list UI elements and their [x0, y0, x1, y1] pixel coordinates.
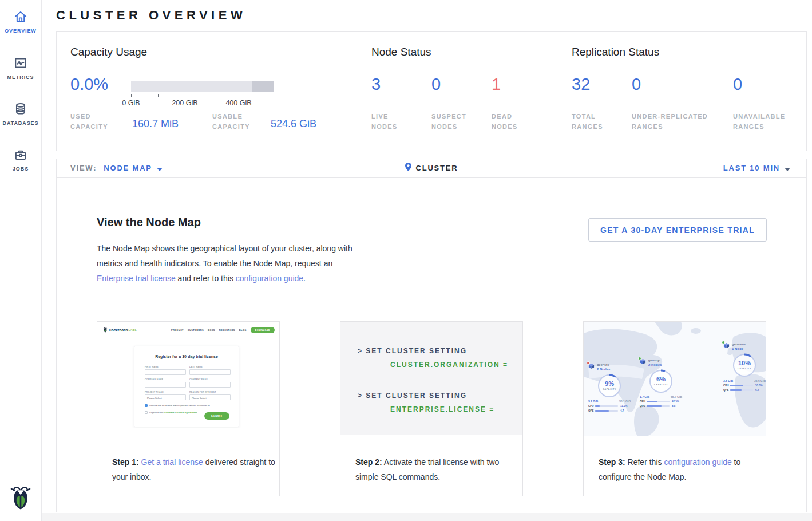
- node-map-preview: geo=sfo 2 Nodes 9% CAPACITY 3.2 GiB: [584, 322, 766, 436]
- page-title: CLUSTER OVERVIEW: [56, 8, 246, 23]
- usable-capacity-value: 524.6 GiB: [271, 118, 316, 130]
- used-capacity-label: USEDCAPACITY: [70, 111, 108, 132]
- sql-command: > SET CLUSTER SETTING: [358, 392, 467, 400]
- mini-trial-form: Register for a 30-day trial license FIRS…: [134, 346, 239, 427]
- total-ranges-label: TOTALRANGES: [572, 111, 603, 132]
- cockroachdb-logo[interactable]: [10, 484, 31, 512]
- step-3-caption: Step 3: Refer this configuration guide t…: [599, 455, 762, 484]
- status-dot-green: [638, 357, 641, 360]
- capacity-gauge-available-segment: [252, 81, 274, 92]
- step-2-card: > SET CLUSTER SETTING CLUSTER.ORGANIZATI…: [340, 321, 523, 496]
- locality-sfo: geo=sfo 2 Nodes 9% CAPACITY 3.2 GiB: [588, 363, 636, 412]
- capacity-donut: 9% CAPACITY: [596, 373, 623, 399]
- sidebar-item-databases[interactable]: DATABASES: [0, 101, 41, 126]
- sidebar-item-label: DATABASES: [3, 120, 39, 126]
- gauge-tick-label: 400 GiB: [221, 99, 256, 107]
- sidebar-item-label: JOBS: [13, 166, 29, 172]
- mini-brand: Cockroach: [109, 328, 128, 332]
- databases-icon: [13, 101, 28, 116]
- metrics-icon: [13, 56, 28, 70]
- under-replicated-count: 0: [632, 75, 641, 94]
- gauge-tick-label: 200 GiB: [168, 99, 202, 107]
- mini-checkbox-checked: [145, 404, 148, 407]
- sql-command: > SET CLUSTER SETTING: [358, 347, 467, 355]
- configuration-guide-link-2[interactable]: configuration guide: [664, 457, 731, 467]
- gauge-tick-label: 0 GiB: [114, 99, 148, 107]
- map-pin-icon: [405, 163, 411, 173]
- mini-checkbox-unchecked: [145, 411, 148, 414]
- locality-nyc: geo=nyc 2 Nodes 6% CAPACITY 3.7 GiB: [640, 358, 688, 408]
- step-1-card: Cockroach LABS PRODUCT CUSTOMERS DOCS RE…: [97, 321, 280, 496]
- dead-nodes-label: DEADNODES: [492, 111, 518, 132]
- chevron-down-icon: [785, 163, 790, 173]
- home-icon: [13, 9, 28, 24]
- get-trial-license-link[interactable]: Get a trial license: [141, 457, 203, 467]
- mini-submit-button: SUBMIT: [204, 412, 229, 420]
- capacity-donut: 10% CAPACITY: [731, 352, 758, 378]
- sidebar-item-label: OVERVIEW: [5, 28, 37, 34]
- time-range-dropdown[interactable]: LAST 10 MIN: [723, 163, 806, 173]
- enterprise-trial-license-link[interactable]: Enterprise trial license: [97, 274, 176, 283]
- chevron-down-icon: [157, 163, 163, 173]
- configuration-guide-link[interactable]: configuration guide: [236, 274, 303, 283]
- view-bar: VIEW: NODE MAP CLUSTER LAST 10 MIN: [56, 159, 807, 177]
- sidebar-item-metrics[interactable]: METRICS: [0, 56, 41, 80]
- usable-capacity-label: USABLECAPACITY: [212, 111, 250, 132]
- view-value: NODE MAP: [104, 164, 152, 172]
- capacity-donut: 6% CAPACITY: [648, 368, 674, 394]
- sidebar-item-overview[interactable]: OVERVIEW: [0, 9, 41, 34]
- trial-registration-screenshot: Cockroach LABS PRODUCT CUSTOMERS DOCS RE…: [97, 322, 279, 428]
- live-nodes-label: LIVENODES: [371, 111, 398, 132]
- content-area: CLUSTER OVERVIEW Capacity Usage 0.0% 0 G…: [42, 0, 812, 521]
- enterprise-trial-button[interactable]: GET A 30-DAY ENTERPRISE TRIAL: [588, 218, 767, 242]
- capacity-percent: 0.0%: [70, 75, 108, 94]
- view-label: VIEW:: [70, 164, 97, 172]
- step-1-caption: Step 1: Get a trial license delivered st…: [112, 455, 276, 484]
- capacity-usage-title: Capacity Usage: [70, 46, 147, 58]
- step-2-caption: Step 2: Activate the trial license with …: [355, 455, 519, 484]
- sidebar: OVERVIEW METRICS DATABASES JOBS: [0, 0, 42, 521]
- mini-nav: PRODUCT CUSTOMERS DOCS RESOURCES BLOG: [171, 329, 247, 331]
- status-dot-red: [587, 361, 590, 365]
- under-replicated-label: UNDER-REPLICATEDRANGES: [632, 111, 708, 132]
- dead-nodes-count: 1: [492, 75, 501, 94]
- status-dot-green: [722, 341, 725, 344]
- sql-argument: CLUSTER.ORGANIZATION =: [390, 361, 508, 369]
- section-divider: [97, 303, 766, 303]
- node-map-description: The Node Map shows the geographical layo…: [97, 241, 361, 286]
- node-status-title: Node Status: [371, 46, 431, 58]
- cockroach-labs-logo-icon: [103, 327, 108, 333]
- used-capacity-value: 160.7 MiB: [132, 118, 179, 130]
- node-map-panel: View the Node Map The Node Map shows the…: [56, 177, 807, 512]
- unavailable-count: 0: [733, 75, 742, 94]
- suspect-nodes-label: SUSPECTNODES: [431, 111, 466, 132]
- sidebar-item-label: METRICS: [7, 74, 34, 80]
- jobs-icon: [13, 147, 28, 162]
- time-range-value: LAST 10 MIN: [723, 164, 780, 172]
- scope-breadcrumb: CLUSTER: [57, 163, 806, 173]
- sidebar-item-jobs[interactable]: JOBS: [0, 147, 41, 172]
- scope-label: CLUSTER: [416, 164, 458, 172]
- locality-ams: geo=ams 1 Node 10% CAPACITY 3.6 GiB: [723, 342, 766, 392]
- cluster-summary-panel: Capacity Usage 0.0% 0 GiB 200 GiB 400 Gi…: [56, 31, 807, 151]
- sql-code-block: > SET CLUSTER SETTING CLUSTER.ORGANIZATI…: [340, 322, 522, 435]
- mini-brand-suffix: LABS: [129, 328, 137, 331]
- sql-argument: ENTERPRISE.LICENSE =: [390, 405, 494, 413]
- suspect-nodes-count: 0: [431, 75, 441, 94]
- step-3-card: geo=sfo 2 Nodes 9% CAPACITY 3.2 GiB: [583, 321, 766, 496]
- replication-status-title: Replication Status: [572, 46, 659, 58]
- live-nodes-count: 3: [371, 75, 381, 94]
- node-map-heading: View the Node Map: [97, 216, 201, 229]
- capacity-gauge: [131, 81, 274, 92]
- view-dropdown[interactable]: VIEW: NODE MAP: [57, 163, 163, 173]
- unavailable-label: UNAVAILABLERANGES: [733, 111, 786, 132]
- page-background-strip: [42, 513, 812, 521]
- mini-download-button: DOWNLOAD: [251, 327, 275, 333]
- total-ranges-count: 32: [572, 75, 590, 94]
